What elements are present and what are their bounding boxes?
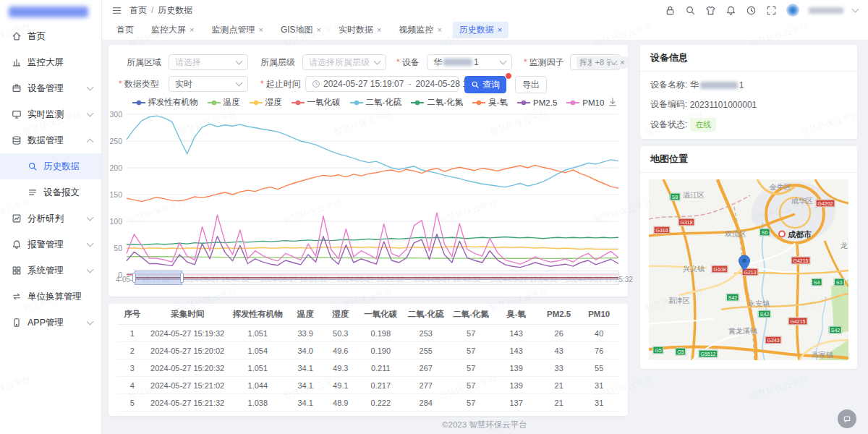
export-button[interactable]: 导出 [515,76,547,93]
data-type-select[interactable]: 实时 [169,76,248,92]
filter-chart-card: 所属区域 请选择 所属层级 请选择所属层级 设备 华1 监测因子 挥发性有...… [109,45,628,297]
sidebar-item-device-message[interactable]: 设备报文 [0,179,101,205]
bell-icon [12,239,22,250]
tab-close-icon[interactable]: × [377,26,381,34]
sidebar-item-history-data[interactable]: 历史数据 [0,153,101,179]
tab-close-icon[interactable]: × [258,26,263,34]
table-cell: 1.038 [228,412,288,417]
tab-gis-map[interactable]: GIS地图× [274,22,328,38]
search-icon[interactable] [685,5,696,16]
datazoom-handle-right[interactable] [180,273,184,283]
chevron-down-icon [87,266,94,273]
hamburger-menu-icon[interactable] [111,5,122,16]
search-button[interactable]: 查询 [464,76,506,93]
region-select[interactable]: 请选择 [169,54,248,70]
clock-icon [312,80,320,88]
tab-video-monitor[interactable]: 视频监控× [392,22,448,38]
analyze-icon [12,213,22,224]
lock-icon[interactable] [665,5,676,16]
sidebar-item-analysis[interactable]: 分析研判 [0,205,101,231]
sidebar-item-device-mgmt[interactable]: 设备管理 [0,75,101,101]
theme-icon[interactable] [705,5,716,16]
legend-item[interactable]: 二氧-化氮 [411,97,463,108]
legend-item[interactable]: PM2.5 [517,97,557,108]
sidebar-item-alarm-mgmt[interactable]: 报警管理 [0,231,101,258]
sidebar-item-monitor-screen[interactable]: 监控大屏 [0,49,101,75]
map[interactable]: 温江区金牛区成华区双流区成都市兴义镇新津区永安镇黄龙溪镇高家镇龙S8G4202G… [649,179,848,360]
sidebar-item-system-mgmt[interactable]: 系统管理 [0,258,101,284]
chevron-down-icon[interactable] [852,6,859,13]
sidebar-item-label: 数据管理 [27,135,64,147]
sidebar-item-realtime-monitor[interactable]: 实时监测 [0,101,101,127]
legend-item[interactable]: 二氧-化硫 [350,97,402,108]
datazoom-selection[interactable] [135,271,182,285]
device-select[interactable]: 华1 [427,54,512,70]
table-cell: 5 [117,394,148,412]
tab-history-data[interactable]: 历史数据× [453,22,509,38]
tab-point-mgmt[interactable]: 监测点管理× [205,22,269,38]
sidebar-item-label: 首页 [27,30,46,43]
map-place-label: 双流区 [725,229,746,239]
chevron-down-icon [374,58,381,65]
road-badge: G5 [652,346,663,354]
level-select[interactable]: 请选择所属层级 [302,54,386,70]
chevron-down-icon [87,318,94,326]
datazoom-handle-left[interactable] [132,273,136,283]
fullscreen-icon[interactable] [766,5,777,16]
map-place-label: 温江区 [683,190,705,200]
tab-home[interactable]: 首页 [110,22,140,38]
tab-close-icon[interactable]: × [437,26,441,34]
tab-monitor-screen[interactable]: 监控大屏× [145,22,200,38]
bell-icon[interactable] [726,5,736,16]
sidebar-item-home[interactable]: 首页 [0,23,101,49]
table-cell: 43 [539,342,579,359]
tag-close-icon[interactable]: × [620,58,624,67]
map-place-label: 黄龙溪镇 [728,326,757,336]
clock-icon[interactable] [746,5,757,16]
factor-label: 监测因子 [524,54,564,71]
factor-tag[interactable]: 挥发性有... × [576,56,628,69]
legend-label: 臭-氧 [488,97,508,108]
road-badge: G4215 [791,257,810,265]
sidebar-item-app-mgmt[interactable]: APP管理 [0,310,101,336]
avatar[interactable] [786,4,799,17]
legend-item[interactable]: 一氧化碳 [292,97,341,108]
table-row: 42024-05-27 15:21:021.04434.149.10.21727… [117,377,619,394]
sidebar-item-unit-convert-mgmt[interactable]: 单位换算管理 [0,284,101,310]
chat-fab-button[interactable] [838,409,856,428]
table-cell: 0.222 [358,394,403,412]
table-cell: 0.211 [358,359,403,377]
legend-item[interactable]: 挥发性有机物 [132,97,198,108]
list-icon [27,187,38,197]
legend-item[interactable]: 臭-氧 [472,97,508,108]
legend-item[interactable]: 湿度 [250,97,282,108]
line-chart[interactable]: 050100150200250300 4-05-215:19:322024-05… [109,109,628,291]
table-cell: 1.051 [228,325,288,342]
tab-close-icon[interactable]: × [317,26,321,34]
sidebar-item-data-mgmt[interactable]: 数据管理 [0,127,101,153]
legend-item[interactable]: 温度 [208,97,240,108]
tab-label: 监测点管理 [211,24,255,36]
breadcrumb-current: 历史数据 [158,4,192,17]
sidebar: 首页监控大屏设备管理实时监测数据管理历史数据设备报文分析研判报警管理系统管理单位… [0,0,102,434]
device-info-title: 设备信息 [640,45,857,72]
legend-item[interactable]: PM10 [566,97,604,108]
table-cell: 1.038 [228,394,288,412]
datazoom-slider[interactable] [135,271,619,285]
road-badge: G318 [678,218,694,226]
road-badge: S42 [726,294,739,302]
breadcrumb-home[interactable]: 首页 [129,4,147,17]
chat-icon [843,414,851,423]
table-cell: 56 [448,412,493,417]
tab-close-icon[interactable]: × [498,26,502,34]
table-cell: 57 [448,359,493,377]
tab-close-icon[interactable]: × [190,26,194,34]
table-cell: 49.1 [323,377,359,394]
table-header-cell: 一氧化碳 [358,304,403,325]
time-range-input[interactable]: 2024-05-27 15:19:07 - 2024-05-28 15:19:0… [305,76,459,92]
factor-multiselect[interactable]: 挥发性有... × [570,54,621,70]
table-header-cell: 序号 [117,304,148,325]
city-marker-icon [778,231,786,238]
sidebar-item-label: 单位换算管理 [27,291,82,303]
tab-realtime-data[interactable]: 实时数据× [332,22,388,38]
